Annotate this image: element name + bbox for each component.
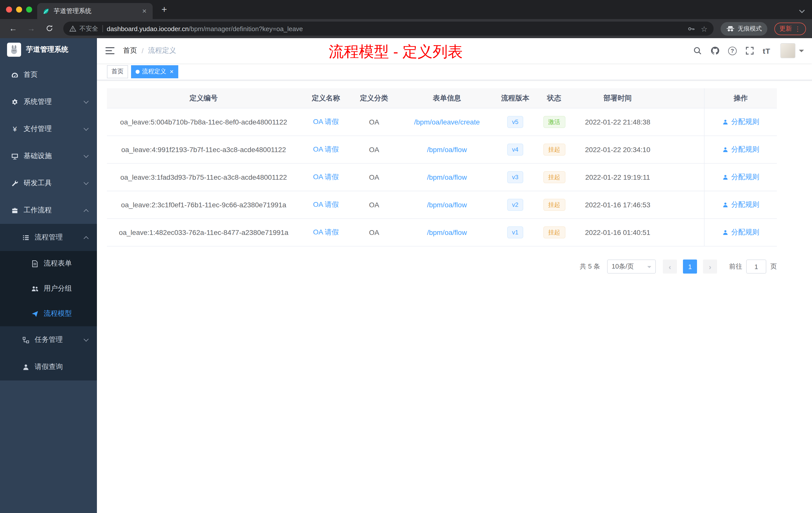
fullscreen-icon[interactable]	[745, 46, 754, 55]
github-icon[interactable]	[710, 46, 720, 55]
definition-name-link[interactable]: OA 请假	[313, 173, 339, 182]
top-navbar: 首页 / 流程定义 ? tT	[97, 38, 812, 63]
sidebar-item-user-group[interactable]: 用户分组	[0, 276, 97, 301]
gear-icon	[11, 98, 19, 105]
new-tab-button[interactable]: +	[158, 3, 171, 16]
process-management-submenu: 流程表单 用户分组 流程模型	[0, 251, 97, 326]
tab-favicon	[42, 7, 50, 15]
security-indicator[interactable]: 不安全	[69, 24, 98, 33]
incognito-label: 无痕模式	[738, 24, 762, 33]
monitor-icon	[11, 152, 19, 160]
definition-name-link[interactable]: OA 请假	[313, 228, 339, 237]
table-header-row: 定义编号 定义名称 定义分类 表单信息 流程版本 状态 部署时间 操作	[107, 88, 777, 109]
breadcrumb-home[interactable]: 首页	[123, 46, 137, 55]
form-link[interactable]: /bpm/oa/flow	[427, 173, 467, 181]
assign-rule-button[interactable]: 分配规则	[722, 117, 759, 126]
tag-close-icon[interactable]: ×	[170, 68, 174, 75]
column-header: 定义名称	[300, 88, 351, 108]
url-path: /bpm/manager/definition?key=oa_leave	[189, 25, 303, 32]
user-icon	[22, 363, 30, 371]
column-spacer	[660, 88, 704, 108]
assign-rule-button[interactable]: 分配规则	[722, 228, 759, 237]
back-button[interactable]: ←	[6, 22, 20, 36]
tag-home[interactable]: 首页	[107, 65, 128, 78]
assign-rule-button[interactable]: 分配规则	[722, 145, 759, 154]
browser-update-button[interactable]: 更新 ⋮	[774, 22, 806, 35]
chevron-up-icon	[84, 209, 89, 214]
chevron-down-icon	[84, 99, 89, 104]
column-header: 流程版本	[497, 88, 533, 108]
search-icon[interactable]	[693, 46, 702, 55]
hamburger-icon[interactable]	[105, 47, 115, 55]
window-minimize-button[interactable]	[16, 6, 22, 12]
assign-rule-button[interactable]: 分配规则	[722, 173, 759, 182]
help-icon[interactable]: ?	[728, 47, 737, 55]
yen-icon: ¥	[11, 125, 19, 133]
sidebar-item-label: 工作流程	[24, 206, 52, 215]
window-close-button[interactable]	[6, 6, 12, 12]
tag-label: 首页	[112, 67, 123, 76]
form-link[interactable]: /bpm/oa/flow	[427, 146, 467, 154]
page-content: 定义编号 定义名称 定义分类 表单信息 流程版本 状态 部署时间 操作 oa_l…	[97, 80, 812, 274]
prev-page-button[interactable]: ‹	[663, 260, 677, 274]
user-icon	[722, 174, 729, 180]
chevron-down-icon	[84, 180, 89, 185]
user-icon	[722, 119, 729, 125]
status-badge: 挂起	[543, 171, 565, 183]
assign-rule-button[interactable]: 分配规则	[722, 200, 759, 209]
sidebar-item-process-model[interactable]: 流程模型	[0, 301, 97, 326]
sidebar-item-leave-query[interactable]: 请假查询	[0, 353, 97, 381]
tag-process-definition[interactable]: 流程定义 ×	[131, 65, 178, 78]
sidebar-item-system[interactable]: 系统管理	[0, 88, 97, 116]
browser-tab[interactable]: 芋道管理系统 ×	[37, 3, 153, 19]
avatar	[780, 43, 795, 58]
user-icon	[722, 229, 729, 236]
definition-table: 定义编号 定义名称 定义分类 表单信息 流程版本 状态 部署时间 操作 oa_l…	[107, 88, 777, 246]
sidebar-item-workflow[interactable]: 工作流程	[0, 197, 97, 224]
form-link[interactable]: /bpm/oa/leave/create	[414, 118, 480, 126]
definition-name-link[interactable]: OA 请假	[313, 117, 339, 126]
chevron-down-icon	[84, 126, 89, 131]
cell-definition-id: oa_leave:2:3c1f0ef1-76b1-11ec-9c66-a2380…	[107, 191, 300, 218]
main-area: 流程模型 - 定义列表 首页 / 流程定义 ?	[97, 38, 812, 513]
sidebar-item-dev-tools[interactable]: 研发工具	[0, 170, 97, 197]
page-number-button[interactable]: 1	[683, 260, 697, 274]
cell-category: OA	[351, 191, 397, 218]
definition-name-link[interactable]: OA 请假	[313, 200, 339, 209]
font-size-icon[interactable]: tT	[763, 47, 770, 55]
sidebar-logo-row[interactable]: 芋道管理系统	[0, 38, 97, 61]
active-dot-icon	[136, 69, 140, 73]
forward-button[interactable]: →	[24, 22, 38, 36]
page-size-value: 10条/页	[612, 263, 634, 270]
form-link[interactable]: /bpm/oa/flow	[427, 201, 467, 209]
password-key-icon[interactable]	[687, 25, 695, 32]
definition-name-link[interactable]: OA 请假	[313, 145, 339, 154]
bookmark-star-icon[interactable]: ☆	[701, 25, 707, 32]
reload-button[interactable]	[42, 22, 56, 36]
version-badge: v3	[507, 171, 523, 183]
sidebar-item-payment[interactable]: ¥ 支付管理	[0, 116, 97, 143]
sidebar-item-task-management[interactable]: 任务管理	[0, 326, 97, 353]
column-header: 定义编号	[107, 88, 300, 108]
address-bar[interactable]: 不安全 dashboard.yudao.iocoder.cn/bpm/manag…	[63, 22, 714, 36]
version-badge: v1	[507, 227, 523, 238]
user-menu[interactable]	[780, 43, 804, 58]
goto-page-input[interactable]	[746, 260, 766, 274]
column-header: 部署时间	[575, 88, 660, 108]
sidebar-item-process-form[interactable]: 流程表单	[0, 251, 97, 276]
sidebar: 芋道管理系统 首页 系统管理 ¥	[0, 38, 97, 513]
tab-close-icon[interactable]: ×	[140, 7, 149, 15]
cell-deploy-time: 2022-01-22 19:19:11	[575, 163, 660, 191]
next-page-button[interactable]: ›	[703, 260, 717, 274]
page-size-select[interactable]: 10条/页	[607, 260, 656, 274]
window-zoom-button[interactable]	[26, 6, 32, 12]
tab-search-chevron-icon[interactable]	[799, 6, 805, 11]
briefcase-icon	[11, 207, 19, 214]
cell-category: OA	[351, 109, 397, 135]
form-link[interactable]: /bpm/oa/flow	[427, 229, 467, 236]
sidebar-item-infrastructure[interactable]: 基础设施	[0, 143, 97, 170]
sidebar-item-process-management[interactable]: 流程管理	[0, 224, 97, 251]
version-badge: v4	[507, 144, 523, 156]
sidebar-item-home[interactable]: 首页	[0, 61, 97, 88]
chevron-up-icon	[84, 236, 89, 241]
